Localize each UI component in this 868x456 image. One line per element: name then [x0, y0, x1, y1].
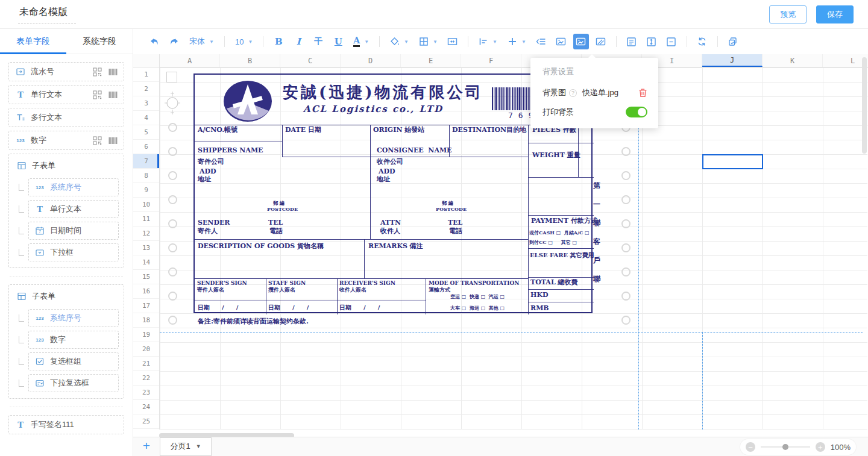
sidebar-field-item[interactable]: T单行文本 [28, 200, 119, 218]
row-header-2[interactable]: 2 [133, 82, 159, 96]
column-header-K[interactable]: K [763, 54, 823, 67]
grid-corner[interactable] [133, 54, 160, 67]
row-header-3[interactable]: 3 [133, 96, 159, 111]
row-header-18[interactable]: 18 [133, 313, 159, 328]
font-family-select[interactable]: 宋体▼ [186, 36, 217, 47]
row-header-6[interactable]: 6 [133, 140, 159, 154]
vertical-align-button[interactable]: ▼ [505, 37, 529, 46]
sidebar-field-item[interactable]: T单行文本 [8, 85, 124, 104]
sidebar-field-item[interactable]: 多行文本 [8, 108, 124, 127]
font-size-select[interactable]: 10▼ [232, 37, 256, 46]
row-header-11[interactable]: 11 [133, 212, 159, 226]
column-header-L[interactable]: L [823, 54, 868, 67]
row-header-4[interactable]: 4 [133, 111, 159, 125]
row-header-14[interactable]: 14 [133, 255, 159, 270]
column-header-E[interactable]: E [401, 54, 461, 67]
column-width-icon[interactable] [664, 34, 679, 49]
redo-icon[interactable] [166, 34, 182, 49]
text-style-box-icon[interactable] [624, 34, 640, 49]
row-header-15[interactable]: 15 [133, 270, 159, 284]
sidebar-field-item[interactable]: 下拉复选框 [28, 374, 119, 392]
merge-cells-icon[interactable] [445, 34, 461, 49]
zoom-in-button[interactable]: + [816, 442, 825, 452]
row-header-24[interactable]: 24 [133, 400, 159, 414]
undo-icon[interactable] [146, 34, 162, 49]
duplicate-page-icon[interactable] [725, 34, 741, 49]
print-background-toggle[interactable] [626, 107, 647, 117]
subform-group-header[interactable]: 子表单 [14, 287, 119, 305]
zoom-out-button[interactable]: − [746, 442, 755, 452]
sidebar: 表单字段 系统字段 流水号T单行文本多行文本123数字子表单123系统序号T单行… [0, 29, 133, 456]
row-header-1[interactable]: 1 [133, 67, 159, 82]
row-header-5[interactable]: 5 [133, 125, 159, 140]
row-header-23[interactable]: 23 [133, 386, 159, 400]
column-header-F[interactable]: F [461, 54, 521, 67]
sidebar-field-item[interactable]: 123数字 [8, 131, 124, 150]
watermark-image-icon[interactable] [593, 34, 609, 49]
refresh-icon[interactable] [694, 34, 710, 49]
horizontal-scrollbar[interactable] [159, 433, 294, 437]
row-header-10[interactable]: 10 [133, 198, 159, 212]
sidebar-field-item[interactable]: T手写签名111 [8, 415, 124, 434]
qr-icon[interactable] [93, 136, 102, 145]
sidebar-field-item[interactable]: 123系统序号 [28, 178, 119, 196]
row-header-7[interactable]: 7 [133, 154, 159, 169]
sidebar-field-item[interactable]: 123系统序号 [28, 309, 119, 327]
sidebar-field-item[interactable]: 下拉框 [28, 243, 119, 261]
add-page-button[interactable]: + [133, 439, 160, 453]
font-color-button[interactable]: A▼ [350, 36, 372, 47]
column-header-C[interactable]: C [280, 54, 341, 67]
strikethrough-button[interactable]: 干 [310, 34, 326, 49]
horizontal-align-button[interactable]: ▼ [476, 37, 500, 46]
save-button[interactable]: 保存 [816, 5, 854, 23]
help-icon[interactable]: ? [569, 89, 577, 97]
italic-button[interactable]: I [291, 34, 306, 49]
background-image-icon[interactable] [573, 34, 589, 49]
vertical-scrollbar[interactable] [862, 57, 867, 154]
row-header-8[interactable]: 8 [133, 169, 159, 183]
waybill-label-senders_sign: SENDER'S SIGN [197, 280, 247, 286]
qr-icon[interactable] [93, 67, 102, 77]
cell-borders-button[interactable]: ▼ [416, 37, 441, 46]
selected-cell-J7[interactable] [702, 154, 763, 169]
row-header-13[interactable]: 13 [133, 241, 159, 255]
column-header-J[interactable]: J [702, 54, 763, 67]
insert-image-icon[interactable] [553, 34, 569, 49]
sidebar-field-item[interactable]: 流水号 [8, 62, 124, 81]
fill-color-button[interactable]: ▼ [387, 37, 412, 46]
row-header-9[interactable]: 9 [133, 183, 159, 198]
qr-icon[interactable] [93, 90, 102, 99]
row-header-22[interactable]: 22 [133, 371, 159, 386]
subform-group-header[interactable]: 子表单 [14, 157, 119, 175]
row-header-17[interactable]: 17 [133, 299, 159, 313]
row-header-25[interactable]: 25 [133, 414, 159, 429]
template-title[interactable]: 未命名模版 [18, 5, 76, 23]
page-tab[interactable]: 分页1 ▼ [160, 437, 212, 456]
barcode-icon[interactable] [108, 91, 118, 99]
row-header-12[interactable]: 12 [133, 226, 159, 241]
barcode-icon[interactable] [108, 68, 118, 76]
sheet-grid[interactable]: 安誠(迅捷)物流有限公司 ACL Logistics co., LTD 769 … [160, 67, 867, 429]
row-height-icon[interactable] [644, 34, 659, 49]
row-header-16[interactable]: 16 [133, 284, 159, 299]
column-header-D[interactable]: D [341, 54, 401, 67]
column-header-B[interactable]: B [220, 54, 280, 67]
preview-button[interactable]: 预览 [769, 5, 807, 23]
barcode-icon[interactable] [108, 137, 118, 145]
tab-form-fields[interactable]: 表单字段 [0, 29, 66, 54]
sidebar-field-item[interactable]: 7日期时间 [28, 222, 119, 240]
row-header-19[interactable]: 19 [133, 328, 159, 342]
sidebar-separator [10, 407, 123, 407]
sidebar-field-item[interactable]: 复选框组 [28, 352, 119, 370]
row-header-21[interactable]: 21 [133, 357, 159, 371]
line-spacing-icon[interactable] [533, 34, 549, 49]
sidebar-field-item[interactable]: 123数字 [28, 331, 119, 349]
tab-system-fields[interactable]: 系统字段 [66, 29, 133, 54]
row-header-20[interactable]: 20 [133, 342, 159, 357]
zoom-slider[interactable] [761, 446, 810, 448]
column-header-A[interactable]: A [160, 54, 220, 67]
zoom-slider-knob[interactable] [782, 444, 788, 450]
underline-button[interactable]: U [330, 34, 346, 49]
delete-background-icon[interactable] [638, 88, 647, 98]
bold-button[interactable]: B [271, 34, 286, 49]
